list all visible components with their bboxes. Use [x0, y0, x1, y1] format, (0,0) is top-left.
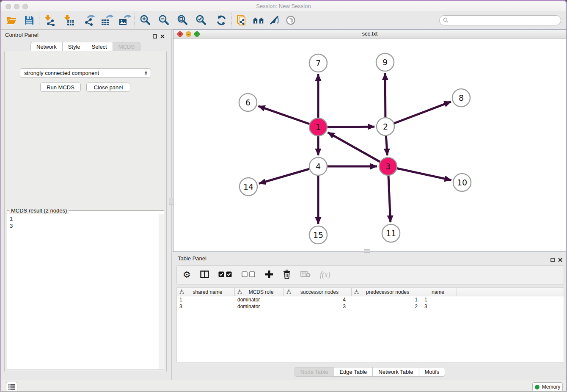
- graph-node[interactable]: 15: [309, 226, 327, 244]
- network-home-icon[interactable]: [252, 14, 265, 27]
- memory-button[interactable]: Memory: [532, 382, 563, 392]
- graph-node[interactable]: 7: [309, 54, 327, 72]
- horizontal-splitter-handle[interactable]: [364, 249, 370, 253]
- status-bar: Memory: [1, 380, 566, 392]
- svg-text:6: 6: [245, 98, 250, 107]
- deselect-all-columns-icon[interactable]: [242, 271, 256, 279]
- network-view-window: × − + scc.txt 7968124314101511: [173, 29, 567, 252]
- graph-node[interactable]: 1: [309, 118, 327, 136]
- search-input[interactable]: [451, 17, 557, 24]
- control-panel-tabs: Network Style Select MCDS: [30, 42, 140, 52]
- tab-network[interactable]: Network: [30, 42, 63, 52]
- graph-edge[interactable]: [259, 106, 319, 127]
- import-table-icon[interactable]: [63, 14, 75, 27]
- graph-node[interactable]: 4: [309, 157, 327, 175]
- show-panels-button[interactable]: [6, 382, 17, 392]
- close-panel-button[interactable]: Close panel: [86, 83, 130, 92]
- table-toolbar: ⚙ f(x): [176, 265, 564, 284]
- zoom-out-icon[interactable]: [157, 14, 170, 27]
- graph-edge[interactable]: [328, 133, 388, 166]
- mcds-result-box: 1 3: [7, 210, 164, 370]
- table-row[interactable]: 1 dominator 4 1 1: [177, 296, 564, 303]
- toolbar-separator: [211, 13, 212, 28]
- column-header-mcds-role[interactable]: MCDS role: [235, 288, 284, 296]
- result-scrollbar[interactable]: [159, 214, 164, 369]
- open-file-icon[interactable]: [5, 14, 18, 27]
- network-canvas[interactable]: 7968124314101511: [173, 39, 566, 251]
- node-table: shared name MCDS role successor nodes pr…: [176, 287, 564, 362]
- graph-node[interactable]: 11: [382, 224, 400, 242]
- clone-network-icon[interactable]: [235, 14, 248, 27]
- run-mcds-button[interactable]: Run MCDS: [40, 83, 81, 92]
- svg-text:14: 14: [243, 182, 253, 191]
- graph-node[interactable]: 9: [376, 53, 394, 71]
- import-network-icon[interactable]: [43, 14, 56, 27]
- memory-label: Memory: [542, 384, 560, 390]
- save-session-icon[interactable]: [23, 14, 36, 27]
- table-row[interactable]: 3 dominator 3 2 3: [177, 303, 564, 310]
- tab-select[interactable]: Select: [86, 42, 113, 52]
- search-box[interactable]: [439, 15, 561, 25]
- toolbar-separator: [231, 13, 232, 28]
- control-panel-title: Control Panel: [5, 32, 39, 38]
- svg-text:8: 8: [459, 93, 464, 102]
- optimization-criterion-select[interactable]: strongly connected component ▲▼: [20, 68, 151, 78]
- memory-status-icon: [535, 385, 539, 389]
- toolbar-separator: [79, 13, 80, 28]
- column-header-predecessor-nodes[interactable]: predecessor nodes: [352, 288, 420, 296]
- zoom-in-icon[interactable]: [139, 14, 151, 27]
- settings-gear-icon[interactable]: ⚙: [183, 271, 191, 279]
- svg-text:7: 7: [316, 58, 321, 68]
- toggle-panel-columns-icon[interactable]: [200, 271, 209, 280]
- application-window: Session: New Session: [0, 0, 567, 392]
- graph-node[interactable]: 10: [453, 174, 471, 191]
- graph-node[interactable]: 2: [377, 118, 394, 135]
- tab-network-table[interactable]: Network Table: [372, 367, 419, 377]
- export-image-icon[interactable]: [118, 14, 131, 27]
- graph-node[interactable]: 3: [379, 157, 397, 175]
- svg-text:4: 4: [316, 162, 321, 171]
- select-all-columns-icon[interactable]: [218, 271, 232, 279]
- float-table-panel-icon[interactable]: [550, 256, 555, 264]
- tab-style[interactable]: Style: [62, 42, 86, 52]
- delete-table-icon: [300, 271, 311, 279]
- graph-edge[interactable]: [385, 102, 451, 127]
- column-type-icon: [237, 290, 242, 294]
- graph-node[interactable]: 8: [452, 89, 470, 107]
- graph-node[interactable]: 6: [239, 94, 257, 111]
- tab-edge-table[interactable]: Edge Table: [333, 367, 373, 377]
- delete-column-icon[interactable]: [283, 270, 291, 281]
- search-icon: [443, 17, 449, 23]
- zoom-fit-icon[interactable]: [176, 14, 189, 27]
- tab-motifs[interactable]: Motifs: [418, 367, 445, 377]
- add-column-icon[interactable]: [265, 270, 273, 280]
- tab-mcds[interactable]: MCDS: [113, 42, 140, 52]
- svg-text:1: 1: [316, 122, 321, 132]
- toggle-graphics-details-icon[interactable]: [268, 14, 281, 27]
- refresh-icon[interactable]: [215, 14, 228, 27]
- main-title-bar: Session: New Session: [1, 1, 566, 11]
- birds-eye-view-icon[interactable]: [284, 14, 297, 27]
- export-table-icon[interactable]: [101, 14, 113, 27]
- network-graph[interactable]: 7968124314101511: [173, 39, 566, 251]
- export-network-icon[interactable]: [83, 14, 96, 27]
- svg-text:3: 3: [385, 162, 391, 171]
- float-panel-icon[interactable]: [153, 33, 157, 40]
- tab-node-table[interactable]: Node Table: [295, 367, 334, 377]
- network-window-titlebar[interactable]: × − + scc.txt: [173, 30, 566, 39]
- column-header-name[interactable]: name: [420, 288, 457, 296]
- result-line: 3: [10, 222, 13, 229]
- select-value: strongly connected component: [24, 70, 99, 76]
- close-table-panel-icon[interactable]: [558, 256, 562, 264]
- column-header-successor-nodes[interactable]: successor nodes: [284, 288, 352, 296]
- zoom-selected-icon[interactable]: [195, 14, 207, 27]
- graph-edge[interactable]: [388, 166, 451, 180]
- column-header-shared-name[interactable]: shared name: [177, 288, 235, 296]
- graph-node[interactable]: 14: [239, 178, 257, 196]
- table-panel-tabs: Node Table Edge Table Network Table Moti…: [295, 367, 445, 377]
- svg-text:10: 10: [457, 178, 467, 187]
- svg-text:9: 9: [383, 58, 388, 67]
- svg-text:2: 2: [383, 122, 388, 131]
- close-panel-icon[interactable]: [160, 33, 165, 40]
- function-builder-icon: f(x): [320, 271, 330, 279]
